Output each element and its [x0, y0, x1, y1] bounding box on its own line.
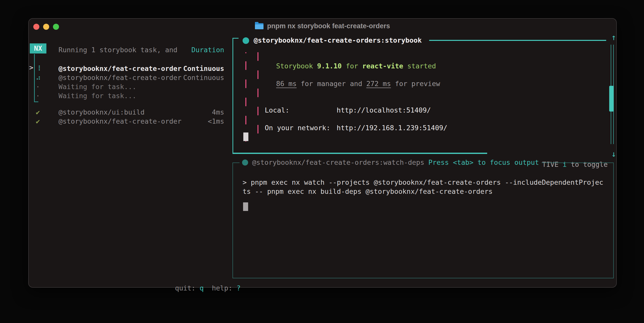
spinner-icon: ⠸ [36, 64, 58, 73]
manager-time: 86 ms [276, 80, 297, 88]
storybook-panel-header-line [429, 40, 606, 41]
local-url[interactable]: http://localhost:51409/ [337, 106, 431, 115]
scrollbar-thumb[interactable] [609, 86, 614, 112]
cursor-block [243, 132, 248, 141]
quit-label: quit: [175, 284, 200, 292]
task-label: Waiting for task... [58, 82, 136, 91]
network-url-line: On your network: [265, 123, 330, 132]
help-label: help: [204, 284, 237, 292]
preview-time: 272 ms [366, 80, 391, 88]
watch-deps-panel-title[interactable]: @storybooknx/feat-create-orders:watch-de… [252, 158, 428, 167]
storybook-panel-border-left [232, 38, 233, 154]
completed-task-row[interactable]: ✔ @storybooknx/ui:build 4ms [36, 108, 224, 117]
title-bar: pnpm nx storybook feat-create-orders [29, 19, 616, 33]
task-label: Waiting for task... [58, 91, 136, 100]
close-button[interactable] [33, 24, 39, 30]
check-icon: ✔ [36, 108, 58, 117]
quit-key: q [200, 284, 204, 292]
task-duration: Continuous [183, 73, 224, 82]
output-guide-bar [245, 52, 246, 142]
task-label: @storybooknx/feat-create-order [58, 73, 182, 82]
task-duration: 4ms [212, 108, 224, 117]
window-title: pnpm nx storybook feat-create-orders [267, 21, 390, 31]
cursor-block [243, 202, 248, 211]
task-duration: <1ms [208, 117, 224, 126]
selection-pointer-icon: > [29, 63, 33, 72]
task-label: @storybooknx/ui:build [58, 108, 144, 117]
spinner-icon: ⠴ [36, 73, 58, 82]
storybook-panel-border-top-stub [232, 38, 239, 39]
task-row[interactable]: ⠸ @storybooknx/feat-create-order Continu… [36, 64, 224, 73]
running-status-icon [243, 37, 249, 44]
duration-column-header: Duration [191, 45, 224, 55]
folder-icon [255, 23, 264, 29]
output-guide-bar [257, 52, 258, 142]
network-url[interactable]: http://192.168.1.239:51409/ [337, 123, 447, 132]
watch-deps-panel-header[interactable]: @storybooknx/feat-create-orders:watch-de… [240, 158, 542, 167]
scroll-up-icon[interactable]: ↑ [608, 33, 619, 42]
minimize-button[interactable] [43, 24, 49, 30]
watch-command-line: ts -- pnpm exec nx build-deps @storybook… [243, 187, 493, 196]
framework-name: react-vite [362, 62, 403, 70]
help-key: ? [237, 284, 241, 292]
completed-task-row[interactable]: ✔ @storybooknx/feat-create-order <1ms [36, 117, 224, 126]
pending-dot-icon: · [36, 91, 58, 100]
storybook-panel-title[interactable]: @storybooknx/feat-create-orders:storyboo… [254, 36, 422, 45]
started-text: Storybook [276, 62, 317, 70]
task-label: @storybooknx/feat-create-order [58, 64, 182, 73]
local-url-line: Local: [265, 106, 289, 115]
nx-logo: NX [30, 43, 46, 53]
pending-dot-icon: · [36, 82, 58, 91]
task-row[interactable]: · Waiting for task... [36, 82, 224, 91]
storybook-panel-border-bottom [232, 153, 487, 154]
task-duration: Continuous [183, 64, 224, 73]
local-label: Local: [265, 106, 289, 114]
storybook-version: 9.1.10 [317, 62, 342, 70]
keybind-footer: quit: q help: ? [159, 275, 241, 302]
check-icon: ✔ [36, 117, 58, 126]
idle-status-icon [242, 159, 248, 166]
task-row[interactable]: · Waiting for task... [36, 91, 224, 100]
scroll-down-icon[interactable]: ↓ [608, 149, 619, 158]
focus-output-hint: Press <tab> to focus output [428, 158, 542, 167]
task-row[interactable]: ⠴ @storybooknx/feat-create-order Continu… [36, 73, 224, 82]
zoom-button[interactable] [53, 24, 59, 30]
task-label: @storybooknx/feat-create-order [58, 117, 182, 126]
window-controls [33, 24, 59, 30]
sidebar-header: Running 1 storybook task, and Duration [58, 45, 224, 55]
build-timing-line: 86 ms for manager and 272 ms for preview [260, 70, 440, 97]
terminal-window: pnpm nx storybook feat-create-orders NX … [28, 18, 617, 288]
watch-command-line: > pnpm exec nx watch --projects @storybo… [243, 178, 603, 187]
running-tasks-label: Running 1 storybook task, and [58, 45, 177, 55]
network-label: On your network: [265, 124, 330, 132]
